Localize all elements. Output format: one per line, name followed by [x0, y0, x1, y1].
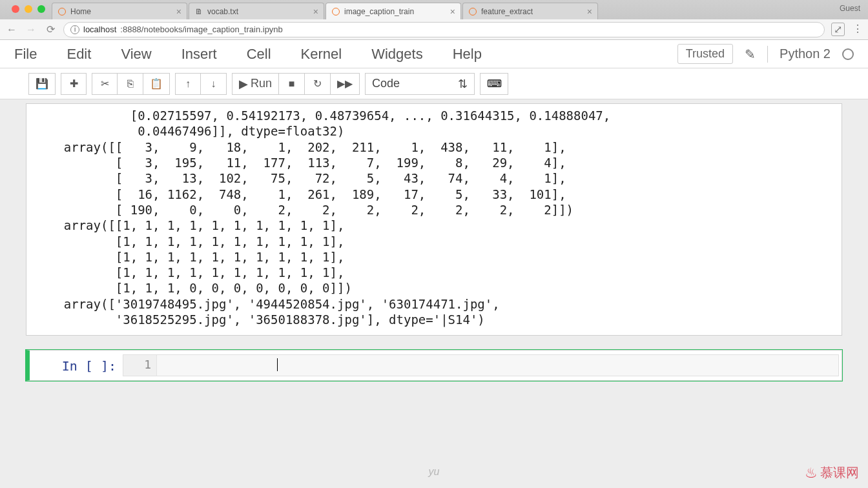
jupyter-toolbar: 💾 ✚ ✂ ⎘ 📋 ↑ ↓ ▶ Run ■ ↻ ▶▶ Code ⇅ ⌨ — [0, 68, 868, 99]
jupyter-icon — [468, 7, 477, 16]
cell-type-select[interactable]: Code ⇅ — [365, 73, 475, 95]
window-controls — [5, 0, 52, 13]
close-icon[interactable]: × — [176, 6, 181, 17]
command-palette-button[interactable]: ⌨ — [480, 73, 508, 95]
address-bar: ← → ⟳ i localhost:8888/notebooks/image_c… — [0, 19, 868, 40]
notebook-container: [0.02715597, 0.54192173, 0.48739654, ...… — [0, 103, 868, 381]
menu-file[interactable]: File — [14, 46, 37, 63]
url-field[interactable]: i localhost:8888/notebooks/image_caption… — [63, 22, 825, 37]
address-bar-tools: ⤢ ⋮ — [831, 23, 863, 36]
guest-label[interactable]: Guest — [840, 4, 860, 13]
menu-edit[interactable]: Edit — [67, 46, 91, 63]
tab-strip: Home × 🗎 vocab.txt × image_caption_train… — [0, 0, 868, 19]
move-down-button[interactable]: ↓ — [201, 73, 227, 95]
reload-button[interactable]: ⟳ — [44, 23, 57, 36]
output-cell: [0.02715597, 0.54192173, 0.48739654, ...… — [26, 103, 842, 336]
tab-title: image_caption_train — [344, 7, 446, 16]
code-editor[interactable]: 1 — [123, 354, 839, 376]
watermark-text: 慕课网 — [820, 464, 859, 482]
cell-type-value: Code — [372, 77, 400, 90]
chevron-updown-icon: ⇅ — [458, 77, 468, 91]
menu-icon[interactable]: ⋮ — [852, 23, 863, 36]
menu-insert[interactable]: Insert — [181, 46, 217, 63]
url-host: localhost — [83, 25, 116, 34]
menu-kernel[interactable]: Kernel — [301, 46, 342, 63]
flame-icon: ♨ — [805, 465, 818, 482]
play-icon: ▶ — [239, 77, 248, 91]
copy-button[interactable]: ⎘ — [118, 73, 143, 95]
fast-forward-button[interactable]: ▶▶ — [331, 73, 360, 95]
browser-tab-home[interactable]: Home × — [52, 3, 187, 19]
run-button[interactable]: ▶ Run — [232, 73, 279, 95]
url-path: :8888/notebooks/image_caption_train.ipyn… — [120, 25, 283, 34]
input-cell[interactable]: In [ ]: 1 — [26, 350, 842, 381]
menu-view[interactable]: View — [121, 46, 151, 63]
close-icon[interactable]: × — [587, 6, 592, 17]
tab-title: Home — [70, 7, 172, 16]
output-text: [0.02715597, 0.54192173, 0.48739654, ...… — [30, 107, 838, 329]
jupyter-menubar: File Edit View Insert Cell Kernel Widget… — [0, 40, 868, 68]
jupyter-icon — [331, 7, 340, 16]
close-icon[interactable]: × — [450, 6, 455, 17]
run-label: Run — [251, 77, 272, 90]
stop-button[interactable]: ■ — [279, 73, 305, 95]
add-cell-button[interactable]: ✚ — [61, 73, 87, 95]
site-info-icon[interactable]: i — [70, 25, 79, 34]
browser-chrome: Home × 🗎 vocab.txt × image_caption_train… — [0, 0, 868, 40]
cell-prompt: In [ ]: — [32, 354, 123, 376]
move-up-button[interactable]: ↑ — [175, 73, 201, 95]
cut-button[interactable]: ✂ — [92, 73, 118, 95]
browser-tab-image-caption-train[interactable]: image_caption_train × — [326, 3, 461, 19]
menu-cell[interactable]: Cell — [247, 46, 271, 63]
file-icon: 🗎 — [194, 7, 203, 16]
jupyter-icon — [57, 7, 67, 16]
footer-caption: yu — [429, 466, 440, 478]
browser-tab-vocab[interactable]: 🗎 vocab.txt × — [189, 3, 324, 19]
forward-button[interactable]: → — [25, 23, 37, 36]
watermark: ♨ 慕课网 — [805, 464, 859, 482]
restart-button[interactable]: ↻ — [305, 73, 331, 95]
trusted-badge[interactable]: Trusted — [677, 44, 733, 64]
menu-widgets[interactable]: Widgets — [371, 46, 422, 63]
save-button[interactable]: 💾 — [28, 73, 56, 95]
text-cursor — [277, 358, 278, 371]
divider — [767, 46, 768, 63]
menu-help[interactable]: Help — [453, 46, 482, 63]
close-window-icon[interactable] — [12, 5, 19, 13]
maximize-window-icon[interactable] — [37, 5, 45, 13]
edit-icon[interactable]: ✎ — [745, 46, 756, 62]
close-icon[interactable]: × — [313, 6, 318, 17]
back-button[interactable]: ← — [5, 23, 18, 36]
minimize-window-icon[interactable] — [25, 5, 32, 13]
kernel-name: Python 2 — [780, 46, 831, 61]
tab-title: feature_extract — [481, 7, 583, 16]
browser-tab-feature-extract[interactable]: feature_extract × — [462, 3, 598, 19]
zoom-icon[interactable]: ⤢ — [831, 23, 845, 36]
line-number: 1 — [123, 355, 157, 376]
code-input[interactable] — [157, 355, 838, 376]
kernel-indicator-icon — [842, 48, 854, 60]
paste-button[interactable]: 📋 — [143, 73, 170, 95]
tab-title: vocab.txt — [207, 7, 309, 16]
